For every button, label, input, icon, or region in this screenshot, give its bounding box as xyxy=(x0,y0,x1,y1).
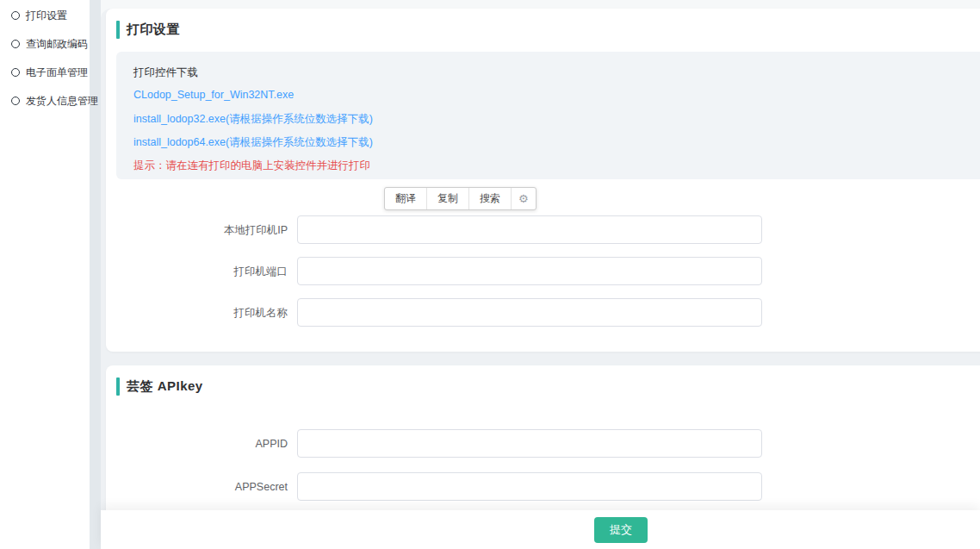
circle-icon xyxy=(11,68,20,77)
sidebar: 打印设置 查询邮政编码 电子面单管理 发货人信息管理 xyxy=(0,0,90,549)
page-title: 打印设置 xyxy=(127,22,180,38)
section-title-apikey: 芸签 APIkey xyxy=(116,377,203,396)
download-heading: 打印控件下载 xyxy=(133,66,198,80)
circle-icon xyxy=(11,97,20,105)
search-button[interactable]: 搜索 xyxy=(469,188,512,209)
printer-name-input[interactable] xyxy=(297,298,762,327)
printer-port-input[interactable] xyxy=(297,257,762,285)
accent-bar xyxy=(116,377,120,396)
submit-button[interactable]: 提交 xyxy=(594,517,648,543)
print-settings-card: 打印设置 打印控件下载 CLodop_Setup_for_Win32NT.exe… xyxy=(106,9,980,352)
copy-button[interactable]: 复制 xyxy=(427,188,469,209)
form-row-printer-name: 打印机名称 xyxy=(106,298,980,328)
sidebar-item-label: 查询邮政编码 xyxy=(26,37,88,52)
download-info-box: 打印控件下载 CLodop_Setup_for_Win32NT.exe inst… xyxy=(116,52,980,179)
appid-label: APPID xyxy=(106,429,288,459)
translate-button[interactable]: 翻译 xyxy=(385,188,427,209)
main-content: 打印设置 打印控件下载 CLodop_Setup_for_Win32NT.exe… xyxy=(101,0,980,549)
form-row-appsecret: APPSecret xyxy=(106,472,980,502)
accent-bar xyxy=(116,21,120,39)
selection-toolbar: 翻译 复制 搜索 ⚙ xyxy=(384,187,537,210)
download-link-clodop[interactable]: CLodop_Setup_for_Win32NT.exe xyxy=(133,89,294,101)
form-row-printer-ip: 本地打印机IP xyxy=(106,215,980,246)
printer-port-label: 打印机端口 xyxy=(106,257,288,287)
install-tip-text: 提示：请在连有打印的电脑上安装控件并进行打印 xyxy=(133,159,370,173)
footer-bar: 提交 xyxy=(101,510,980,549)
sidebar-item-label: 电子面单管理 xyxy=(26,66,88,80)
appsecret-input[interactable] xyxy=(297,472,762,501)
sidebar-divider xyxy=(90,0,101,549)
sidebar-item-waybill-management[interactable]: 电子面单管理 xyxy=(11,64,88,81)
download-link-lodop64[interactable]: install_lodop64.exe(请根据操作系统位数选择下载) xyxy=(133,135,373,150)
appid-input[interactable] xyxy=(297,429,762,458)
form-row-printer-port: 打印机端口 xyxy=(106,257,980,287)
sidebar-item-postcode-query[interactable]: 查询邮政编码 xyxy=(11,35,88,53)
sidebar-item-print-settings[interactable]: 打印设置 xyxy=(11,7,67,24)
sidebar-item-shipper-info[interactable]: 发货人信息管理 xyxy=(11,92,98,109)
sidebar-item-label: 打印设置 xyxy=(26,9,67,23)
form-row-appid: APPID xyxy=(106,429,980,459)
section-title-print-settings: 打印设置 xyxy=(116,21,180,39)
appsecret-label: APPSecret xyxy=(106,472,288,502)
circle-icon xyxy=(11,11,20,20)
sidebar-item-label: 发货人信息管理 xyxy=(26,94,98,109)
gear-icon[interactable]: ⚙ xyxy=(512,188,536,209)
printer-name-label: 打印机名称 xyxy=(106,298,288,328)
apikey-section-title: 芸签 APIkey xyxy=(127,378,203,395)
printer-ip-label: 本地打印机IP xyxy=(106,215,288,246)
download-link-lodop32[interactable]: install_lodop32.exe(请根据操作系统位数选择下载) xyxy=(133,112,373,127)
circle-icon xyxy=(11,40,20,48)
printer-ip-input[interactable] xyxy=(297,215,762,244)
